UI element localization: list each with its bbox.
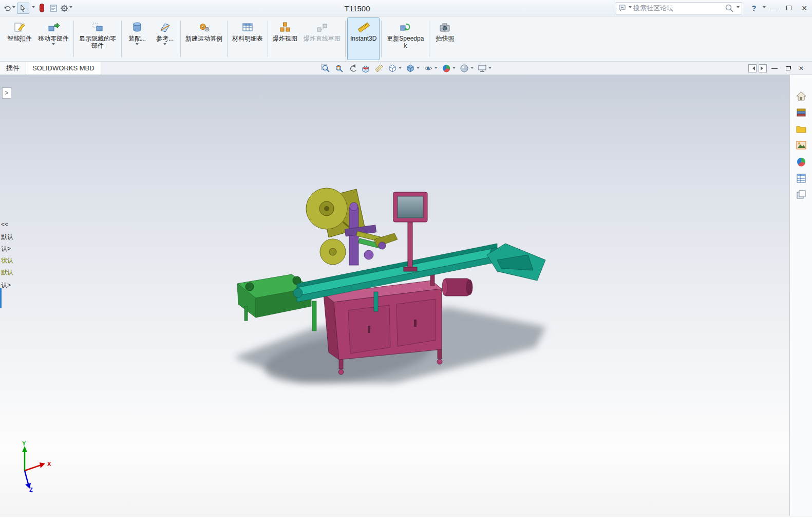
view-settings-button[interactable] bbox=[476, 63, 493, 74]
triad-y-label: Y bbox=[22, 441, 26, 446]
record-pill-icon[interactable] bbox=[36, 3, 47, 14]
heads-up-view-toolbar bbox=[319, 62, 493, 75]
chevron-down-icon[interactable] bbox=[32, 6, 35, 10]
status-bar bbox=[0, 516, 812, 521]
document-window-controls: — ✕ bbox=[748, 62, 812, 75]
hide-show-items-button[interactable] bbox=[422, 63, 439, 74]
design-library-icon[interactable] bbox=[794, 106, 808, 119]
community-search-box[interactable] bbox=[616, 2, 742, 14]
chevron-down-icon[interactable] bbox=[737, 6, 740, 10]
undo-icon[interactable] bbox=[3, 3, 15, 14]
ribbon-button-instant3d[interactable]: Instant3D bbox=[347, 17, 380, 60]
feature-tree-fragment[interactable]: << bbox=[1, 221, 8, 228]
ribbon-button-exploded-view[interactable]: 爆炸视图 bbox=[270, 17, 300, 60]
annotation-view-button[interactable] bbox=[373, 63, 385, 74]
chevron-down-icon bbox=[470, 67, 474, 70]
properties-list-icon[interactable] bbox=[48, 3, 59, 14]
minimize-button[interactable]: — bbox=[766, 0, 781, 16]
doc-restore-button[interactable] bbox=[782, 64, 794, 73]
titlebar-right: ? — ✕ bbox=[616, 0, 812, 16]
previous-view-button[interactable] bbox=[346, 63, 358, 74]
edit-appearance-icon bbox=[442, 64, 451, 73]
select-cursor-icon[interactable] bbox=[17, 3, 29, 14]
feature-tree-fragment[interactable]: 认> bbox=[1, 281, 11, 290]
doc-nav-right-button[interactable] bbox=[759, 64, 767, 72]
feature-tree-fragment[interactable]: 默认 bbox=[1, 233, 13, 241]
file-explorer-icon[interactable] bbox=[794, 122, 808, 136]
ribbon-button-smart-fasteners[interactable]: 智能扣件 bbox=[4, 17, 35, 60]
section-view-icon bbox=[361, 64, 370, 73]
zoom-area-icon bbox=[334, 64, 344, 73]
chevron-down-icon bbox=[452, 67, 456, 70]
search-input[interactable] bbox=[633, 4, 723, 12]
move-component-icon bbox=[47, 20, 60, 35]
instant3d-icon bbox=[357, 20, 370, 35]
tab-solidworks-mbd[interactable]: SOLIDWORKS MBD bbox=[26, 62, 101, 75]
arrow-left-icon bbox=[750, 66, 755, 70]
command-manager-tab-row: 插件 SOLIDWORKS MBD bbox=[0, 62, 812, 75]
zoom-area-button[interactable] bbox=[333, 63, 345, 74]
ribbon-button-bill-of-materials[interactable]: 材料明细表 bbox=[229, 17, 266, 60]
view-orientation-button[interactable] bbox=[386, 63, 403, 74]
ribbon-separator bbox=[381, 21, 382, 57]
labeling-head bbox=[345, 202, 398, 265]
feature-tree-fragment[interactable]: 认> bbox=[1, 245, 11, 253]
chevron-down-icon bbox=[52, 43, 55, 47]
ribbon-button-new-motion-study[interactable]: 新建运动算例 bbox=[182, 17, 225, 60]
document-panels-icon[interactable] bbox=[794, 188, 808, 201]
tab-addins[interactable]: 插件 bbox=[0, 62, 26, 75]
ribbon-button-update-speedpak[interactable]: 更新Speedpak bbox=[383, 17, 427, 60]
assembly-features-icon bbox=[131, 20, 143, 35]
help-button[interactable]: ? bbox=[746, 0, 762, 16]
view-palette-icon[interactable] bbox=[794, 139, 808, 152]
section-view-button[interactable] bbox=[360, 63, 372, 74]
search-icon[interactable] bbox=[725, 4, 734, 13]
hide-show-items-icon bbox=[424, 64, 433, 73]
ribbon-button-assembly-features[interactable]: 装配... bbox=[123, 17, 151, 60]
home-icon[interactable] bbox=[794, 89, 808, 103]
previous-view-icon bbox=[348, 64, 357, 73]
ribbon-button-label: 更新Speedpak bbox=[386, 35, 424, 49]
apply-scene-button[interactable] bbox=[458, 63, 475, 74]
graphics-viewport[interactable]: > << 默认 认> 状认 默认 认> bbox=[0, 75, 789, 516]
title-bar: T11500 ? — ✕ bbox=[0, 0, 812, 16]
ribbon-button-label: 拍快照 bbox=[436, 35, 454, 42]
command-manager-ribbon: 智能扣件 移动零部件 显示隐藏的零部件 装配... 参考... 新 bbox=[0, 16, 812, 62]
close-button[interactable]: ✕ bbox=[797, 0, 812, 16]
feature-tree-expand-button[interactable]: > bbox=[2, 87, 11, 99]
zoom-fit-button[interactable] bbox=[319, 63, 332, 74]
ribbon-separator bbox=[73, 21, 74, 57]
maximize-button[interactable] bbox=[781, 0, 797, 16]
chat-bubble-icon bbox=[618, 4, 626, 12]
doc-nav-left-button[interactable] bbox=[748, 64, 757, 72]
doc-minimize-button[interactable]: — bbox=[769, 64, 780, 73]
explode-line-sketch-icon bbox=[316, 20, 328, 35]
ribbon-button-move-component[interactable]: 移动零部件 bbox=[35, 17, 72, 60]
feature-tree-fragment[interactable]: 默认 bbox=[1, 268, 13, 277]
display-style-icon bbox=[406, 64, 415, 73]
display-style-button[interactable] bbox=[404, 63, 421, 74]
ribbon-button-reference-geometry[interactable]: 参考... bbox=[151, 17, 179, 60]
quick-access-toolbar bbox=[0, 3, 72, 14]
ribbon-button-label: Instant3D bbox=[350, 35, 376, 42]
chevron-down-icon[interactable] bbox=[629, 6, 632, 10]
triad-z-label: Z bbox=[29, 487, 33, 492]
motion-study-icon bbox=[198, 20, 210, 35]
panel-splitter-handle[interactable] bbox=[0, 288, 2, 308]
gear-icon[interactable] bbox=[60, 3, 72, 14]
chevron-down-icon bbox=[163, 43, 166, 47]
drive-unit bbox=[442, 278, 473, 296]
ribbon-button-label: 材料明细表 bbox=[232, 35, 263, 42]
ribbon-button-label: 智能扣件 bbox=[7, 35, 32, 42]
appearances-icon[interactable] bbox=[794, 155, 808, 169]
ribbon-button-label: 装配... bbox=[128, 35, 146, 42]
custom-properties-icon[interactable] bbox=[794, 172, 808, 185]
ribbon-button-show-hidden-components[interactable]: 显示隐藏的零部件 bbox=[75, 17, 120, 60]
ribbon-button-take-snapshot[interactable]: 拍快照 bbox=[431, 17, 459, 60]
ribbon-separator bbox=[268, 21, 268, 57]
feature-tree-fragment[interactable]: 状认 bbox=[1, 256, 13, 265]
edit-appearance-button[interactable] bbox=[440, 63, 457, 74]
doc-close-button[interactable]: ✕ bbox=[796, 64, 807, 73]
assembly-model-3d[interactable] bbox=[220, 178, 569, 399]
triad-x-label: X bbox=[47, 461, 51, 467]
